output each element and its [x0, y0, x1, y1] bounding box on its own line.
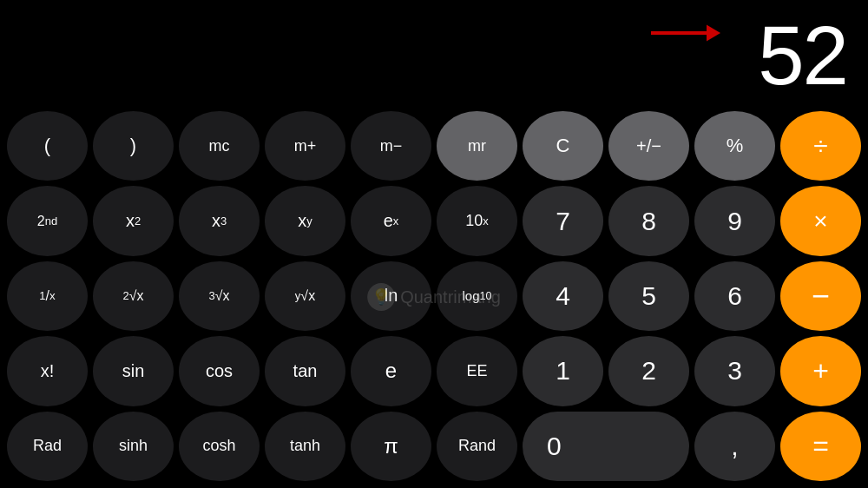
plus-minus-button[interactable]: +/− [608, 111, 689, 181]
arrow-icon [651, 16, 720, 50]
sqrt-button[interactable]: 2√x [93, 261, 174, 331]
cosh-button[interactable]: cosh [179, 412, 260, 481]
power-y-button[interactable]: xy [265, 186, 345, 255]
six-button[interactable]: 6 [694, 261, 775, 331]
clear-button[interactable]: C [523, 111, 603, 181]
five-button[interactable]: 5 [608, 261, 689, 331]
svg-marker-1 [707, 24, 720, 41]
reciprocal-button[interactable]: 1/x [7, 261, 88, 331]
second-button[interactable]: 2nd [7, 186, 88, 255]
rad-button[interactable]: Rad [7, 412, 88, 481]
subtract-button[interactable]: − [780, 261, 861, 331]
cbrt-button[interactable]: 3√x [179, 261, 260, 331]
divide-button[interactable]: ÷ [780, 111, 861, 181]
zero-button[interactable]: 0 [523, 412, 689, 481]
decimal-button[interactable]: , [694, 412, 775, 481]
four-button[interactable]: 4 [523, 261, 603, 331]
square-button[interactable]: x2 [93, 186, 174, 255]
cube-button[interactable]: x3 [179, 186, 260, 255]
arrow-indicator [651, 16, 720, 50]
open-paren-button[interactable]: ( [7, 111, 88, 181]
log10-button[interactable]: log10 [437, 261, 517, 331]
close-paren-button[interactable]: ) [93, 111, 174, 181]
seven-button[interactable]: 7 [523, 186, 603, 255]
pi-button[interactable]: π [351, 412, 431, 481]
memory-clear-button[interactable]: mc [179, 111, 260, 181]
memory-recall-button[interactable]: mr [437, 111, 517, 181]
memory-add-button[interactable]: m+ [265, 111, 345, 181]
multiply-button[interactable]: × [780, 186, 861, 255]
euler-button[interactable]: e [351, 336, 431, 406]
equals-button[interactable]: = [780, 412, 861, 481]
rand-button[interactable]: Rand [437, 412, 517, 481]
ten-power-x-button[interactable]: 10x [437, 186, 517, 255]
tanh-button[interactable]: tanh [265, 412, 345, 481]
tan-button[interactable]: tan [265, 336, 345, 406]
percent-button[interactable]: % [694, 111, 775, 181]
ln-button[interactable]: ln [351, 261, 431, 331]
display-number: 52 [758, 14, 847, 97]
display-area: 52 [0, 0, 868, 106]
memory-subtract-button[interactable]: m− [351, 111, 431, 181]
cos-button[interactable]: cos [179, 336, 260, 406]
factorial-button[interactable]: x! [7, 336, 88, 406]
add-button[interactable]: + [780, 336, 861, 406]
sin-button[interactable]: sin [93, 336, 174, 406]
three-button[interactable]: 3 [694, 336, 775, 406]
ee-button[interactable]: EE [437, 336, 517, 406]
one-button[interactable]: 1 [523, 336, 603, 406]
yroot-button[interactable]: y√x [265, 261, 345, 331]
two-button[interactable]: 2 [608, 336, 689, 406]
exp-x-button[interactable]: ex [351, 186, 431, 255]
nine-button[interactable]: 9 [694, 186, 775, 255]
calculator-grid: 💡 Quantrimang ( ) mc m+ m− mr C +/− % ÷ … [0, 106, 868, 488]
eight-button[interactable]: 8 [608, 186, 689, 255]
sinh-button[interactable]: sinh [93, 412, 174, 481]
